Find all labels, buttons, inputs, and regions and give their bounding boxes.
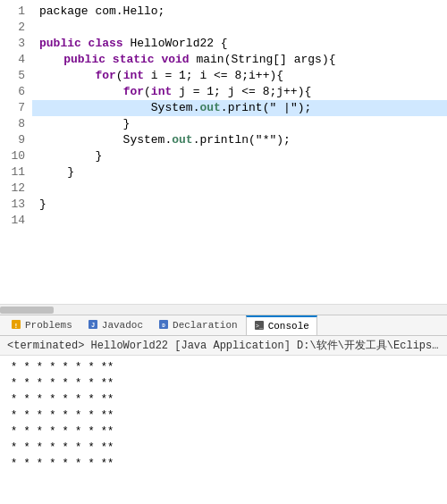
svg-text:!: !	[14, 321, 19, 329]
code-line	[39, 213, 440, 229]
code-line: System.out.println("*");	[39, 132, 440, 148]
tab-bar: !ProblemsJJavadocDDeclaration>_Console	[0, 315, 447, 336]
line-number: 14	[7, 213, 25, 229]
svg-text:D: D	[162, 323, 165, 329]
console-line: * * * * * * * **	[11, 375, 436, 391]
console-line: * * * * * * * **	[11, 424, 436, 440]
editor-area: 1234567891011121314 package com.Hello; p…	[0, 0, 447, 315]
code-line	[39, 181, 440, 197]
svg-text:J: J	[91, 322, 95, 329]
line-number: 8	[7, 116, 25, 132]
line-number: 13	[7, 197, 25, 213]
tab-label-console: Console	[268, 321, 309, 332]
code-line: }	[39, 148, 440, 164]
line-number: 9	[7, 132, 25, 148]
line-number: 12	[7, 181, 25, 197]
warning-icon: !	[11, 319, 21, 332]
code-line: public class HelloWorld22 {	[39, 36, 440, 52]
tab-declaration[interactable]: DDeclaration	[151, 315, 246, 335]
line-number: 1	[7, 4, 25, 20]
svg-text:>_: >_	[255, 323, 263, 330]
tab-console[interactable]: >_Console	[246, 315, 317, 335]
code-container[interactable]: 1234567891011121314 package com.Hello; p…	[0, 0, 447, 304]
doc-icon: J	[88, 319, 98, 332]
console-line: * * * * * * * **	[11, 407, 436, 424]
line-numbers: 1234567891011121314	[0, 0, 32, 304]
tab-problems[interactable]: !Problems	[4, 315, 80, 335]
line-number: 4	[7, 52, 25, 68]
tab-label-javadoc: Javadoc	[102, 320, 143, 331]
line-number: 11	[7, 164, 25, 181]
tab-label-declaration: Declaration	[173, 320, 238, 331]
line-number: 6	[7, 84, 25, 100]
code-line: }	[39, 197, 440, 213]
tab-label-problems: Problems	[25, 320, 72, 331]
console-area: <terminated> HelloWorld22 [Java Applicat…	[0, 336, 447, 504]
code-line	[39, 20, 440, 36]
line-number: 5	[7, 68, 25, 84]
console-line: * * * * * * * **	[11, 456, 436, 472]
code-line: System.out.print(" |");	[32, 100, 447, 116]
code-line: }	[39, 116, 440, 132]
scrollbar-thumb	[0, 307, 54, 314]
code-line: for(int i = 1; i <= 8;i++){	[39, 68, 440, 84]
line-number: 10	[7, 148, 25, 164]
console-line: * * * * * * * **	[11, 440, 436, 456]
console-output[interactable]: * * * * * * * *** * * * * * * *** * * * …	[0, 356, 447, 504]
decl-icon: D	[158, 319, 169, 332]
code-line: for(int j = 1; j <= 8;j++){	[39, 84, 440, 100]
tab-javadoc[interactable]: JJavadoc	[80, 315, 151, 335]
editor-scrollbar[interactable]	[0, 304, 447, 315]
line-number: 7	[7, 100, 25, 116]
console-line: * * * * * * * **	[11, 391, 436, 407]
console-header: <terminated> HelloWorld22 [Java Applicat…	[0, 336, 447, 356]
line-number: 3	[7, 36, 25, 52]
line-number: 2	[7, 20, 25, 36]
code-line: package com.Hello;	[39, 4, 440, 20]
code-line: public static void main(String[] args){	[39, 52, 440, 68]
code-line: }	[39, 164, 440, 181]
console-icon: >_	[254, 320, 265, 333]
console-line: * * * * * * * **	[11, 359, 436, 375]
code-content[interactable]: package com.Hello; public class HelloWor…	[32, 0, 447, 304]
